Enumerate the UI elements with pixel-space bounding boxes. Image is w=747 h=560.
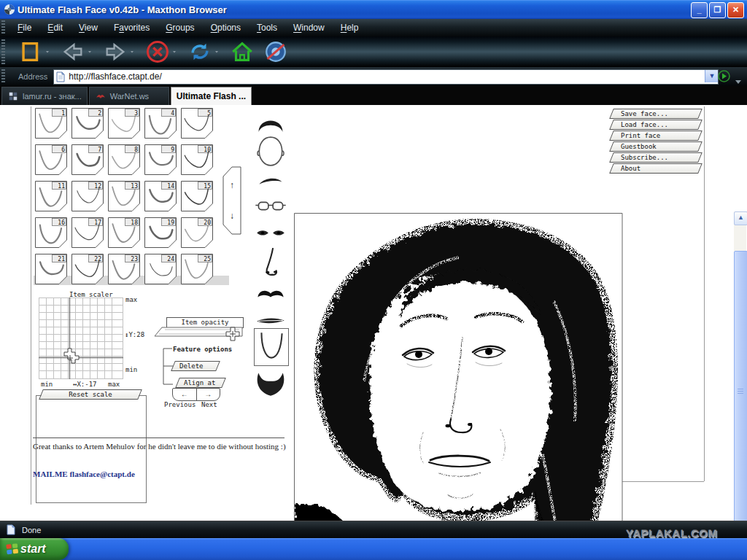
side-button-subscribe[interactable]: Subscribe... — [609, 152, 703, 163]
toolbar-grip[interactable] — [1, 39, 5, 64]
thumbnail-5[interactable]: 5 — [181, 108, 213, 139]
thumbnail-23[interactable]: 23 — [108, 254, 140, 284]
thumbnail-8[interactable]: 8 — [108, 144, 140, 175]
thumbnail-14[interactable]: 14 — [144, 181, 177, 211]
thumbnail-2[interactable]: 2 — [71, 108, 104, 139]
go-button[interactable] — [718, 70, 730, 82]
face-canvas-panel: Info — [294, 213, 623, 521]
toolbar-proxy-button[interactable] — [263, 39, 288, 64]
thumbnail-4[interactable]: 4 — [144, 108, 177, 139]
thumbnail-22[interactable]: 22 — [71, 254, 104, 284]
feature-hair[interactable] — [254, 109, 287, 134]
side-button-about[interactable]: About — [609, 163, 703, 174]
scrollbar-up-button[interactable]: ▲ — [734, 211, 747, 225]
tab-warnet-ws[interactable]: WarNet.ws — [89, 87, 169, 105]
minimize-button[interactable]: _ — [691, 2, 708, 18]
thumbnail-20[interactable]: 20 — [181, 217, 213, 248]
thumbnail-6[interactable]: 6 — [35, 144, 67, 175]
menu-options[interactable]: Options — [203, 21, 249, 34]
side-button-load-face[interactable]: Load face... — [609, 120, 703, 130]
svg-text:25: 25 — [204, 256, 211, 262]
start-button[interactable]: start — [0, 538, 69, 560]
thumbnail-19[interactable]: 19 — [144, 217, 177, 248]
toolbar-back-button[interactable] — [61, 39, 85, 64]
thumbnail-7[interactable]: 7 — [71, 144, 104, 175]
scaler-x-value: ↔X:-17 — [73, 381, 97, 388]
scroll-up-arrow[interactable]: ↑ — [230, 180, 234, 190]
delete-button[interactable]: Delete — [171, 361, 220, 371]
menu-edit[interactable]: Edit — [39, 21, 71, 34]
page-right-border — [704, 106, 705, 481]
toolbar-new-window-button[interactable] — [18, 39, 43, 64]
reset-scale-button[interactable]: Reset scale — [39, 389, 142, 400]
side-button-save-face[interactable]: Save face... — [609, 109, 703, 119]
close-button[interactable]: ✕ — [727, 2, 744, 18]
thumbnail-scroll-bracket: ↑ ↓ — [222, 166, 241, 238]
thumbnail-21[interactable]: 21 — [35, 254, 67, 284]
menu-file[interactable]: File — [9, 21, 39, 34]
scaler-y-value: ↕Y:28 — [125, 331, 144, 338]
scrollbar-thumb[interactable] — [734, 251, 747, 521]
windows-flag-icon — [6, 542, 19, 556]
thumbnail-16[interactable]: 16 — [35, 217, 67, 248]
toolbar-back-dropdown[interactable] — [85, 41, 94, 63]
thumbnail-11[interactable]: 11 — [35, 181, 67, 211]
tab-ultimate-flash[interactable]: Ultimate Flash ... — [171, 87, 252, 105]
thumbnail-25[interactable]: 25 — [181, 254, 213, 284]
menu-groups[interactable]: Groups — [158, 21, 202, 34]
toolbar-stop-dropdown[interactable] — [170, 41, 179, 63]
toolbar-new-window-dropdown[interactable] — [43, 41, 52, 63]
svg-text:2: 2 — [98, 110, 101, 117]
address-input[interactable]: http://flashface.ctapt.de/ ▼ — [53, 69, 719, 85]
composite-face-image[interactable] — [295, 214, 622, 521]
feature-glasses[interactable] — [254, 195, 287, 217]
scaler-handle[interactable] — [64, 349, 79, 363]
item-scaler-grid[interactable] — [39, 298, 123, 382]
feature-head[interactable] — [254, 134, 287, 168]
menu-help[interactable]: Help — [333, 21, 367, 34]
menu-window[interactable]: Window — [285, 21, 333, 34]
feature-eyes[interactable] — [254, 225, 287, 242]
scroll-down-arrow[interactable]: ↓ — [230, 211, 234, 221]
toolbar-refresh-dropdown[interactable] — [212, 41, 221, 63]
svg-text:1: 1 — [61, 110, 65, 117]
menubar-grip[interactable] — [1, 20, 5, 34]
thumbnail-17[interactable]: 17 — [71, 217, 104, 248]
thumbnail-9[interactable]: 9 — [144, 144, 177, 175]
credits-text: Great thanks to Artem Mehulov for he did… — [33, 442, 288, 451]
side-button-guestbook[interactable]: Guestbook — [609, 141, 703, 152]
thumbnail-1[interactable]: 1 — [35, 108, 67, 139]
previous-arrow-button[interactable]: ← — [173, 389, 196, 400]
feature-chin-selected[interactable] — [254, 328, 289, 366]
thumbnail-15[interactable]: 15 — [181, 181, 213, 211]
align-at-button[interactable]: Align at — [175, 378, 226, 388]
toolbar-stop-button[interactable] — [145, 39, 170, 64]
menu-view[interactable]: View — [71, 21, 106, 34]
tab-lamur-ru[interactable]: lamur.ru - знак... — [1, 87, 88, 105]
feature-beard[interactable] — [254, 366, 287, 401]
svg-text:16: 16 — [58, 219, 65, 226]
address-dropdown-button[interactable]: ▼ — [705, 70, 718, 82]
feature-mustache[interactable] — [254, 284, 287, 306]
menu-favorites[interactable]: Favorites — [106, 21, 158, 34]
menu-tools[interactable]: Tools — [249, 21, 285, 34]
thumbnail-12[interactable]: 12 — [71, 181, 104, 211]
toolbar-forward-dropdown[interactable] — [128, 41, 136, 63]
feature-eyebrows[interactable] — [254, 171, 287, 190]
thumbnail-18[interactable]: 18 — [108, 217, 140, 248]
side-button-print-face[interactable]: Print face — [609, 131, 703, 141]
restore-button[interactable]: ❐ — [709, 2, 726, 18]
feature-lips[interactable] — [254, 314, 287, 330]
thumbnail-13[interactable]: 13 — [108, 181, 140, 211]
feature-nose[interactable] — [254, 245, 287, 281]
thumbnail-10[interactable]: 10 — [181, 144, 213, 175]
toolbar-forward-button[interactable] — [103, 39, 128, 64]
addressbar-grip[interactable] — [1, 69, 5, 85]
toolbar-refresh-button[interactable] — [187, 39, 212, 64]
thumbnail-24[interactable]: 24 — [144, 254, 177, 284]
svg-text:9: 9 — [171, 147, 174, 153]
thumbnail-3[interactable]: 3 — [108, 108, 140, 139]
toolbar-home-button[interactable] — [230, 39, 255, 64]
next-arrow-button[interactable]: → — [197, 389, 220, 400]
mail-link[interactable]: MAILME flashface@ctapt.de — [33, 470, 135, 478]
